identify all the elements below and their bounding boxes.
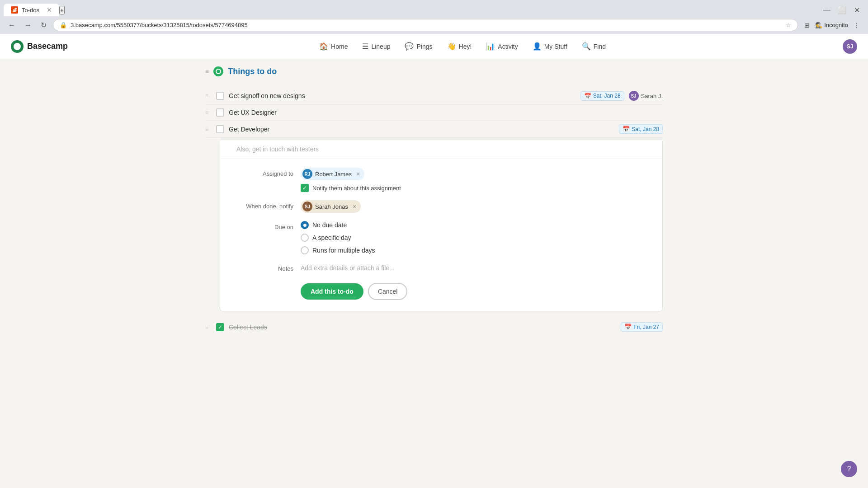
todo-date-badge-1[interactable]: 📅 Sat, Jan 28 [580,91,624,101]
reload-button[interactable]: ↻ [38,19,49,31]
todo-checkbox-3[interactable] [216,125,224,133]
todo-assignee-1: SJ Sarah J. [629,91,663,101]
close-window-button[interactable]: ✕ [851,4,863,16]
tab-favicon: 🏕 [11,6,18,14]
incognito-badge: 🕵 Incognito [815,22,848,28]
forward-button[interactable]: → [22,19,34,31]
radio-specific-icon [301,234,309,242]
browser-right-buttons: ⊞ 🕵 Incognito ⋮ [802,20,863,31]
nav-hey[interactable]: 👋 Hey! [441,38,478,54]
svg-point-0 [216,69,221,74]
section-header: ≡ Things to do [205,66,663,80]
hey-icon: 👋 [447,42,456,51]
radio-no-due-date[interactable]: No due date [301,221,648,229]
todo-date-completed: Fri, Jan 27 [633,324,659,330]
section-drag-handle[interactable]: ≡ [205,68,209,75]
todo-date-badge-completed[interactable]: 📅 Fri, Jan 27 [621,322,663,332]
logo-icon [11,40,24,53]
browser-tabs: 🏕 To-dos ✕ + — ⬜ ✕ [0,0,868,16]
radio-no-due-icon [301,221,309,229]
table-row: ≡ Get UX Designer [205,105,663,121]
due-on-radio-group: No due date A specific day Runs for mult… [301,221,648,254]
address-bar[interactable]: 🔒 3.basecamp.com/5550377/buckets/3132581… [53,19,798,31]
section-status-icon [213,66,223,76]
more-options-button[interactable]: ⋮ [851,20,863,31]
radio-multiple-icon [301,246,309,254]
new-todo-text-input[interactable]: Also, get in touch with testers [220,140,662,159]
nav-home[interactable]: 🏠 Home [313,38,354,54]
lineup-icon: ☰ [362,42,368,51]
cancel-button[interactable]: Cancel [368,283,408,300]
table-row: ≡ ✓ Collect Leads 📅 Fri, Jan 27 [205,319,663,335]
radio-multiple-label: Runs for multiple days [312,247,375,254]
assignee-tag-rj: RJ Robert James × [301,168,364,180]
due-on-label: Due on [235,221,293,230]
find-icon: 🔍 [582,42,591,51]
assigned-to-label: Assigned to [235,168,293,177]
form-fields: Assigned to RJ Robert James × ✓ Notify t… [220,159,662,283]
restore-button[interactable]: ⬜ [835,4,849,16]
navbar-brand: Basecamp [11,40,68,53]
new-tab-button[interactable]: + [59,6,65,14]
user-avatar[interactable]: SJ [843,39,857,54]
when-done-name-sj: Sarah Jonas [315,203,348,210]
radio-multiple-days[interactable]: Runs for multiple days [301,246,648,254]
radio-specific-label: A specific day [312,234,351,241]
back-button[interactable]: ← [5,19,18,31]
url-text: 3.basecamp.com/5550377/buckets/31325815/… [71,22,782,28]
todo-text-3: Get Developer [229,126,614,133]
nav-pings[interactable]: 💬 Pings [398,38,439,54]
notify-checkbox[interactable]: ✓ [301,184,309,192]
section-title-link[interactable]: Things to do [228,67,277,76]
calendar-icon-completed: 📅 [624,324,632,330]
calendar-icon-3: 📅 [623,126,630,132]
nav-lineup[interactable]: ☰ Lineup [356,38,396,54]
when-done-tag-sj: SJ Sarah Jonas × [301,200,361,213]
navbar: Basecamp 🏠 Home ☰ Lineup 💬 Pings 👋 Hey! … [0,34,868,59]
nav-my-stuff[interactable]: 👤 My Stuff [526,38,574,54]
notes-row: Notes Add extra details or attach a file… [235,263,648,272]
todo-text-1: Get signoff on new designs [229,92,576,99]
remove-when-done-button[interactable]: × [353,203,356,210]
bookmark-star-icon[interactable]: ☆ [786,22,791,28]
todo-drag-handle-3[interactable]: ≡ [205,126,212,132]
todo-checkbox-1[interactable] [216,92,224,100]
browser-controls: ← → ↻ 🔒 3.basecamp.com/5550377/buckets/3… [0,16,868,34]
incognito-label: Incognito [824,22,848,28]
calendar-icon-1: 📅 [584,93,591,99]
nav-find[interactable]: 🔍 Find [576,38,612,54]
tab-close-btn[interactable]: ✕ [47,6,52,14]
incognito-icon: 🕵 [815,22,822,28]
minimize-button[interactable]: — [821,4,833,16]
when-done-avatar-sj: SJ [302,202,312,211]
notify-checkbox-row: ✓ Notify them about this assignment [301,184,648,192]
todo-drag-handle-completed[interactable]: ≡ [205,324,212,330]
todo-drag-handle-1[interactable]: ≡ [205,93,212,99]
todo-date-badge-3[interactable]: 📅 Sat, Jan 28 [619,124,663,134]
todo-drag-handle-2[interactable]: ≡ [205,109,212,116]
bookmarks-button[interactable]: ⊞ [802,20,812,31]
remove-assignee-button[interactable]: × [356,170,360,178]
notify-label: Notify them about this assignment [312,185,401,192]
notes-placeholder: Add extra details or attach a file... [301,264,395,272]
todo-text-completed: Collect Leads [229,324,616,331]
nav-home-label: Home [331,43,348,50]
assignee-tag-name-rj: Robert James [315,171,352,178]
nav-hey-label: Hey! [459,43,472,50]
nav-pings-label: Pings [416,43,432,50]
table-row: ≡ Get signoff on new designs 📅 Sat, Jan … [205,87,663,105]
active-tab[interactable]: 🏕 To-dos ✕ [4,4,59,16]
todo-checkbox-2[interactable] [216,108,224,117]
todo-list: ≡ Get signoff on new designs 📅 Sat, Jan … [205,87,663,335]
activity-icon: 📊 [486,42,495,51]
nav-activity[interactable]: 📊 Activity [480,38,524,54]
nav-my-stuff-label: My Stuff [544,43,567,50]
navbar-nav: 🏠 Home ☰ Lineup 💬 Pings 👋 Hey! 📊 Activit… [82,38,843,54]
todo-date-3: Sat, Jan 28 [632,126,659,132]
radio-specific-day[interactable]: A specific day [301,234,648,242]
assigned-to-row: Assigned to RJ Robert James × ✓ Notify t… [235,168,648,192]
notes-input[interactable]: Add extra details or attach a file... [301,263,648,272]
todo-checkbox-completed[interactable]: ✓ [216,323,224,331]
notes-label: Notes [235,263,293,272]
add-todo-button[interactable]: Add this to-do [301,283,363,300]
